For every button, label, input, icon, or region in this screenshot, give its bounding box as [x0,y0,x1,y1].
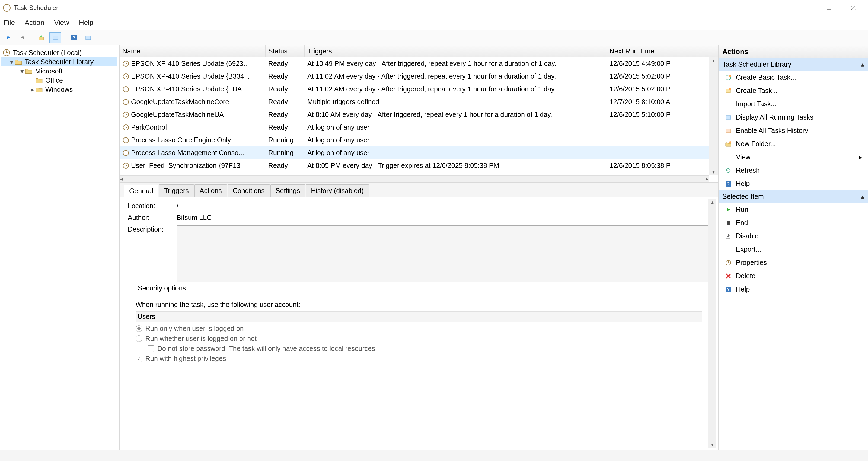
action-label: Create Basic Task... [736,73,796,81]
action-icon [724,140,732,148]
table-row[interactable]: ParkControlReadyAt log on of any user [120,121,718,134]
chevron-down-icon[interactable]: ▾ [19,67,25,75]
action-import-task[interactable]: Import Task... [719,97,868,111]
column-triggers[interactable]: Triggers [305,45,607,57]
menu-help[interactable]: Help [79,19,93,27]
scroll-right-icon[interactable]: ▸ [706,176,708,182]
table-row[interactable]: EPSON XP-410 Series Update {FDA...ReadyA… [120,83,718,95]
tree-windows[interactable]: ▸ Windows [1,85,118,94]
action-view[interactable]: View▸ [719,151,868,164]
column-status[interactable]: Status [266,45,305,57]
table-row[interactable]: User_Feed_Synchronization-{97F13ReadyAt … [120,159,718,172]
tab-conditions[interactable]: Conditions [227,184,270,197]
action-refresh[interactable]: Refresh [719,164,868,177]
tree-library[interactable]: ▾ Task Scheduler Library [1,57,118,66]
actions-title: Actions [719,45,868,58]
maximize-button[interactable] [817,2,841,14]
action-label: Disable [736,232,758,240]
task-name: EPSON XP-410 Series Update {B334... [131,72,250,80]
task-triggers: At 8:10 AM every day - After triggered, … [305,111,607,119]
table-row[interactable]: Process Lasso Core Engine OnlyRunningAt … [120,134,718,147]
table-row[interactable]: GoogleUpdateTaskMachineUAReadyAt 8:10 AM… [120,108,718,121]
horizontal-scrollbar[interactable]: ◂▸ [120,176,709,182]
action-delete[interactable]: Delete [719,269,868,283]
folder-icon [35,85,43,94]
minimize-button[interactable] [792,2,817,14]
clock-icon [122,137,129,144]
tree-microsoft[interactable]: ▾ Microsoft [1,66,118,76]
tree-root[interactable]: Task Scheduler (Local) [1,48,118,57]
main-window: Task Scheduler File Action View Help ? T… [0,0,868,461]
svg-rect-4 [827,6,831,10]
action-disable[interactable]: Disable [719,229,868,243]
svg-point-46 [729,88,731,90]
properties-button[interactable] [50,32,61,43]
content-scrollbar[interactable]: ▴▾ [708,199,716,448]
action-display-all-running-tasks[interactable]: Display All Running Tasks [719,111,868,124]
actions-section-library[interactable]: Task Scheduler Library ▴ [719,58,868,71]
table-row[interactable]: GoogleUpdateTaskMachineCoreReadyMultiple… [120,95,718,108]
chevron-right-icon[interactable]: ▸ [30,86,35,94]
action-run[interactable]: Run [719,203,868,216]
radio-logged-or-not[interactable]: Run whether user is logged on or not [135,335,702,342]
task-name: GoogleUpdateTaskMachineCore [131,98,229,106]
scroll-up-icon[interactable]: ▴ [712,58,715,64]
tree-office[interactable]: Office [1,76,118,85]
svg-point-44 [729,75,731,77]
checkbox-no-store-password[interactable]: Do not store password. The task will onl… [148,345,702,352]
menu-view[interactable]: View [54,19,69,27]
task-status: Running [266,136,305,144]
menu-file[interactable]: File [3,19,15,27]
action-properties[interactable]: Properties [719,256,868,269]
forward-button[interactable] [17,32,29,43]
vertical-scrollbar[interactable]: ▴▾ [709,57,718,176]
action-label: Run [736,206,748,213]
table-row[interactable]: EPSON XP-410 Series Update {6923...Ready… [120,57,718,70]
tab-settings[interactable]: Settings [271,184,305,197]
action-new-folder[interactable]: New Folder... [719,137,868,151]
collapse-icon[interactable]: ▴ [861,60,865,68]
menubar: File Action View Help [0,16,868,30]
tab-general[interactable]: General [124,185,158,197]
description-input[interactable] [177,225,710,282]
action-create-basic-task[interactable]: Create Basic Task... [719,71,868,84]
task-status: Running [266,149,305,157]
tab-triggers[interactable]: Triggers [159,184,194,197]
back-button[interactable] [2,32,14,43]
up-button[interactable] [35,32,47,43]
location-label: Location: [128,202,177,210]
collapse-icon[interactable]: ▴ [861,192,865,201]
tab-actions[interactable]: Actions [194,184,227,197]
help-button[interactable]: ? [68,32,80,43]
column-name[interactable]: Name [120,45,266,57]
chevron-down-icon[interactable]: ▾ [9,58,14,66]
action-create-task[interactable]: Create Task... [719,84,868,97]
scroll-left-icon[interactable]: ◂ [120,176,123,182]
action-help[interactable]: ?Help [719,283,868,296]
table-row[interactable]: EPSON XP-410 Series Update {B334...Ready… [120,70,718,83]
action-label: Help [736,285,750,293]
clock-icon [122,73,129,80]
action-icon [724,127,732,134]
task-next: 12/6/2015 5:02:00 P [607,72,718,80]
task-status: Ready [266,111,305,119]
task-status: Ready [266,60,305,67]
menu-action[interactable]: Action [25,19,44,27]
scroll-down-icon[interactable]: ▾ [712,169,715,175]
table-row[interactable]: Process Lasso Management Conso...Running… [120,147,718,159]
checkbox-highest-privileges[interactable]: Run with highest privileges [135,355,702,363]
tab-history[interactable]: History (disabled) [306,184,369,197]
action-enable-all-tasks-history[interactable]: Enable All Tasks History [719,124,868,137]
action-help[interactable]: ?Help [719,177,868,190]
close-button[interactable] [841,2,866,14]
action-icon [724,87,732,95]
action-label: View [736,153,750,161]
clock-icon [122,111,129,118]
column-next[interactable]: Next Run Time [607,45,718,57]
action-end[interactable]: End [719,216,868,229]
grid-view-button[interactable] [82,32,94,43]
action-label: End [736,219,748,227]
radio-logged-on[interactable]: Run only when user is logged on [135,325,702,333]
action-export[interactable]: Export... [719,243,868,256]
actions-section-selected[interactable]: Selected Item ▴ [719,190,868,203]
